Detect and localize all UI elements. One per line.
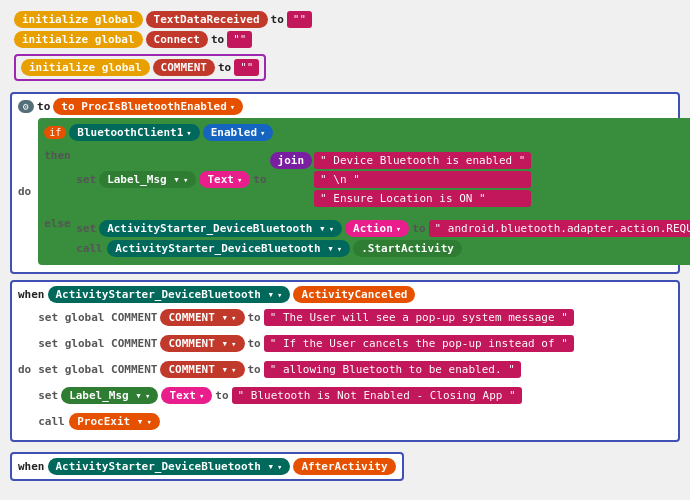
proc-name[interactable]: to ProcIsBluetoothEnabled xyxy=(53,98,243,115)
set-kw-c1: set global COMMENT xyxy=(38,311,157,324)
set-label-msg-text: set Label_Msg ▾ Text to join " Device Bl… xyxy=(76,152,531,207)
global-comment: initialize global COMMENT to "" xyxy=(14,54,266,81)
to-kw-else: to xyxy=(412,222,425,235)
label-msg-pill[interactable]: Label_Msg ▾ xyxy=(99,171,196,188)
do-row: do if BluetoothClient1 Enabled then set … xyxy=(18,118,672,265)
do-label-canceled: do xyxy=(18,363,31,376)
label-msg-val[interactable]: " Bluetooth is Not Enabled - Closing App… xyxy=(232,387,522,404)
set-kw-else: set xyxy=(76,222,96,235)
if-keyword: if xyxy=(44,126,66,139)
global-name-comment[interactable]: COMMENT xyxy=(153,59,215,76)
bt-client-pill[interactable]: BluetoothClient1 xyxy=(69,124,199,141)
label-msg-pill-2[interactable]: Label_Msg ▾ xyxy=(61,387,158,404)
call-kw: call xyxy=(76,242,104,255)
then-body: set Label_Msg ▾ Text to join " Device Bl… xyxy=(76,149,531,210)
activity-starter-pill[interactable]: ActivityStarter_DeviceBluetooth ▾ xyxy=(99,220,342,237)
to-kw: to xyxy=(253,173,266,186)
set-kw-lm: set xyxy=(38,389,58,402)
call-start-activity: call ActivityStarter_DeviceBluetooth ▾ .… xyxy=(76,240,690,257)
set-comment-1: set global COMMENT COMMENT ▾ to " The Us… xyxy=(38,309,574,326)
global-value-comment[interactable]: "" xyxy=(234,59,259,76)
set-kw-c2: set global COMMENT xyxy=(38,337,157,350)
to-kw-c2: to xyxy=(248,337,261,350)
global-value-connect[interactable]: "" xyxy=(227,31,252,48)
join-group: join " Device Bluetooth is enabled " " \… xyxy=(270,152,532,207)
if-block: if BluetoothClient1 Enabled then set Lab… xyxy=(38,118,690,265)
else-row: else set ActivityStarter_DeviceBluetooth… xyxy=(44,217,690,260)
activity-canceled-block: when ActivityStarter_DeviceBluetooth ▾ A… xyxy=(10,280,680,442)
then-row: then set Label_Msg ▾ Text to join " Dev xyxy=(44,149,690,210)
canceled-component-pill[interactable]: ActivityStarter_DeviceBluetooth ▾ xyxy=(48,286,291,303)
action-value[interactable]: " android.bluetooth.adapter.action.REQUE… xyxy=(429,220,690,237)
canceled-header: when ActivityStarter_DeviceBluetooth ▾ A… xyxy=(18,286,672,303)
to-kw-c1: to xyxy=(248,311,261,324)
enabled-pill[interactable]: Enabled xyxy=(203,124,274,141)
set-kw: set xyxy=(76,173,96,186)
join-str-3[interactable]: " Ensure Location is ON " xyxy=(314,190,531,207)
to-label-1: to xyxy=(271,13,284,26)
to-kw-lm: to xyxy=(215,389,228,402)
after-activity-event[interactable]: AfterActivity xyxy=(293,458,395,475)
to-keyword: to xyxy=(37,100,50,113)
do-label: do xyxy=(18,185,31,198)
comment-var-1[interactable]: COMMENT ▾ xyxy=(160,309,244,326)
globals-area: initialize global TextDataReceived to ""… xyxy=(6,4,684,88)
after-component-pill[interactable]: ActivityStarter_DeviceBluetooth ▾ xyxy=(48,458,291,475)
set-label-msg-2: set Label_Msg ▾ Text to " Bluetooth is N… xyxy=(38,387,574,404)
to-label-2: to xyxy=(211,33,224,46)
init-global-label-3: initialize global xyxy=(21,59,150,76)
else-body: set ActivityStarter_DeviceBluetooth ▾ Ac… xyxy=(76,217,690,260)
proc-bluetooth-enabled-block: ⚙ to to ProcIsBluetoothEnabled do if Blu… xyxy=(10,92,680,274)
canceled-do-row: do set global COMMENT COMMENT ▾ to " The… xyxy=(18,306,672,433)
call-proc-exit: call ProcExit ▾ xyxy=(38,413,574,430)
global-textdatareceived: initialize global TextDataReceived to "" xyxy=(14,11,676,28)
activity-canceled-event[interactable]: ActivityCanceled xyxy=(293,286,415,303)
set-kw-c3: set global COMMENT xyxy=(38,363,157,376)
join-pill[interactable]: join xyxy=(270,152,313,169)
start-activity-pill[interactable]: .StartActivity xyxy=(353,240,462,257)
join-items: " Device Bluetooth is enabled " " \n " "… xyxy=(314,152,531,207)
main-canvas: initialize global TextDataReceived to ""… xyxy=(0,0,690,485)
set-comment-2: set global COMMENT COMMENT ▾ to " If the… xyxy=(38,335,574,352)
global-name-textdatareceived[interactable]: TextDataReceived xyxy=(146,11,268,28)
proc-gear-icon: ⚙ xyxy=(18,100,34,113)
when-kw-canceled: when xyxy=(18,288,45,301)
comment-val-3[interactable]: " allowing Bluetooth to be enabled. " xyxy=(264,361,521,378)
if-condition-row: if BluetoothClient1 Enabled xyxy=(44,124,690,141)
activity-starter-call-pill[interactable]: ActivityStarter_DeviceBluetooth ▾ xyxy=(107,240,350,257)
else-label: else xyxy=(44,217,72,230)
to-label-3: to xyxy=(218,61,231,74)
then-label: then xyxy=(44,149,72,162)
when-kw-after: when xyxy=(18,460,45,473)
join-str-1[interactable]: " Device Bluetooth is enabled " xyxy=(314,152,531,169)
action-prop-pill[interactable]: Action xyxy=(345,220,409,237)
text-prop-pill[interactable]: Text xyxy=(199,171,250,188)
comment-val-1[interactable]: " The User will see a pop-up system mess… xyxy=(264,309,574,326)
comment-var-2[interactable]: COMMENT ▾ xyxy=(160,335,244,352)
comment-val-2[interactable]: " If the User cancels the pop-up instead… xyxy=(264,335,574,352)
proc-exit-pill[interactable]: ProcExit ▾ xyxy=(69,413,160,430)
else-set-action: set ActivityStarter_DeviceBluetooth ▾ Ac… xyxy=(76,220,690,237)
init-global-label: initialize global xyxy=(14,11,143,28)
to-kw-c3: to xyxy=(248,363,261,376)
comment-var-3[interactable]: COMMENT ▾ xyxy=(160,361,244,378)
global-name-connect[interactable]: Connect xyxy=(146,31,208,48)
init-global-label-2: initialize global xyxy=(14,31,143,48)
global-connect: initialize global Connect to "" xyxy=(14,31,676,48)
after-activity-block: when ActivityStarter_DeviceBluetooth ▾ A… xyxy=(10,452,404,481)
call-kw-exit: call xyxy=(38,415,66,428)
text-prop-pill-2[interactable]: Text xyxy=(161,387,212,404)
proc-header: ⚙ to to ProcIsBluetoothEnabled xyxy=(18,98,672,115)
set-comment-3: set global COMMENT COMMENT ▾ to " allowi… xyxy=(38,361,574,378)
canceled-body: set global COMMENT COMMENT ▾ to " The Us… xyxy=(38,306,574,433)
global-value-textdatareceived[interactable]: "" xyxy=(287,11,312,28)
join-str-2[interactable]: " \n " xyxy=(314,171,531,188)
